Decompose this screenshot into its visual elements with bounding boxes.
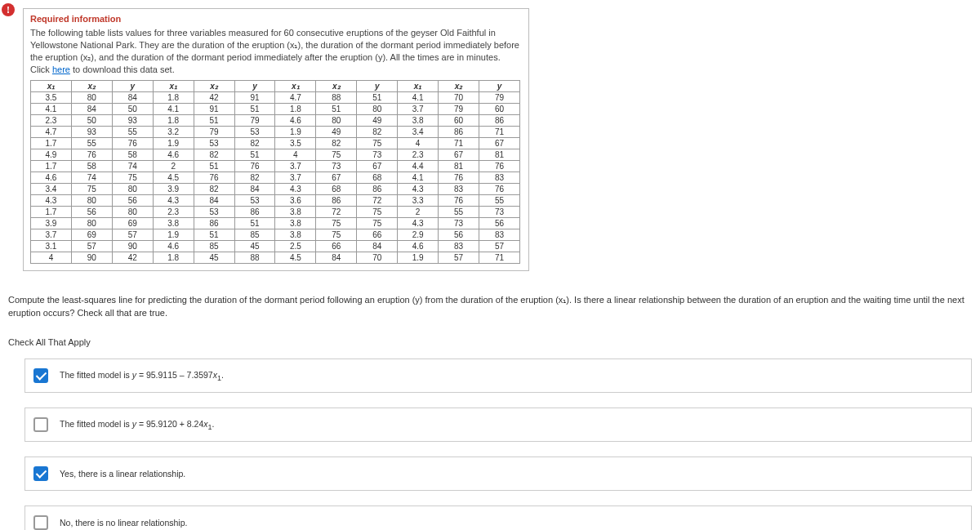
cell: 86: [439, 127, 479, 138]
col-header: y: [357, 81, 398, 92]
cell: 73: [316, 161, 357, 172]
checkbox[interactable]: [33, 466, 48, 481]
cell: 51: [194, 229, 234, 241]
cell: 71: [479, 252, 519, 264]
cell: 60: [439, 115, 479, 127]
table-row: 1.75874251763.773674.48176: [31, 161, 520, 172]
col-header: x₂: [71, 81, 112, 92]
table-row: 4.674754.576823.767684.17683: [31, 172, 520, 184]
alert-icon: !: [2, 3, 15, 16]
cell: 3.2: [153, 127, 194, 138]
check-all-label: Check All That Apply: [8, 337, 980, 347]
option-row-0[interactable]: The fitted model is y = 95.9115 – 7.3597…: [24, 359, 972, 393]
cell: 1.7: [31, 161, 72, 172]
checkbox[interactable]: [33, 368, 48, 383]
cell: 85: [234, 229, 275, 241]
cell: 74: [71, 172, 112, 184]
cell: 2.9: [398, 229, 439, 241]
cell: 4.3: [153, 195, 194, 207]
cell: 55: [479, 195, 519, 207]
cell: 91: [194, 104, 234, 115]
checkbox[interactable]: [33, 417, 48, 432]
cell: 76: [194, 172, 234, 184]
cell: 73: [479, 207, 519, 218]
cell: 67: [316, 172, 357, 184]
cell: 4: [398, 138, 439, 149]
cell: 70: [357, 252, 398, 264]
cell: 3.8: [275, 229, 316, 241]
cell: 50: [112, 104, 153, 115]
cell: 2.3: [153, 207, 194, 218]
cell: 51: [357, 92, 398, 104]
cell: 3.4: [398, 127, 439, 138]
cell: 75: [316, 229, 357, 241]
cell: 86: [194, 218, 234, 229]
cell: 69: [112, 218, 153, 229]
cell: 3.5: [31, 92, 72, 104]
cell: 71: [439, 138, 479, 149]
option-row-3[interactable]: No, there is no linear relationship.: [24, 506, 972, 530]
cell: 88: [316, 92, 357, 104]
option-label: Yes, there is a linear relationship.: [60, 469, 185, 479]
cell: 75: [357, 207, 398, 218]
cell: 84: [234, 184, 275, 195]
cell: 81: [439, 161, 479, 172]
cell: 57: [71, 241, 112, 252]
cell: 42: [194, 92, 234, 104]
cell: 51: [194, 161, 234, 172]
cell: 76: [71, 149, 112, 161]
cell: 83: [439, 184, 479, 195]
cell: 53: [234, 195, 275, 207]
table-row: 1.756802.353863.8727525573: [31, 207, 520, 218]
cell: 57: [439, 252, 479, 264]
cell: 76: [234, 161, 275, 172]
cell: 75: [71, 184, 112, 195]
cell: 55: [112, 127, 153, 138]
cell: 82: [194, 184, 234, 195]
cell: 76: [479, 161, 519, 172]
cell: 4.9: [31, 149, 72, 161]
table-row: 4.976584.68251475732.36781: [31, 149, 520, 161]
cell: 82: [357, 127, 398, 138]
col-header: y: [234, 81, 275, 92]
col-header: y: [479, 81, 519, 92]
table-row: 3.980693.886513.875754.37356: [31, 218, 520, 229]
cell: 93: [112, 115, 153, 127]
option-row-2[interactable]: Yes, there is a linear relationship.: [24, 457, 972, 491]
cell: 2: [153, 161, 194, 172]
cell: 84: [71, 104, 112, 115]
option-label: The fitted model is y = 95.9115 – 7.3597…: [60, 370, 224, 382]
cell: 76: [439, 195, 479, 207]
cell: 66: [316, 241, 357, 252]
cell: 3.9: [31, 218, 72, 229]
cell: 3.5: [275, 138, 316, 149]
download-link[interactable]: here: [52, 65, 70, 74]
cell: 74: [112, 161, 153, 172]
table-row: 2.350931.851794.680493.86086: [31, 115, 520, 127]
cell: 79: [234, 115, 275, 127]
cell: 76: [479, 184, 519, 195]
cell: 4.1: [398, 92, 439, 104]
cell: 75: [112, 172, 153, 184]
cell: 2.3: [31, 115, 72, 127]
cell: 86: [479, 115, 519, 127]
cell: 1.7: [31, 138, 72, 149]
cell: 4.6: [398, 241, 439, 252]
cell: 66: [357, 229, 398, 241]
option-row-1[interactable]: The fitted model is y = 95.9120 + 8.24x1…: [24, 408, 972, 442]
cell: 1.8: [153, 252, 194, 264]
question-text: Compute the least-squares line for predi…: [8, 294, 980, 319]
checkbox[interactable]: [33, 515, 48, 530]
cell: 1.8: [153, 115, 194, 127]
cell: 3.7: [275, 161, 316, 172]
intro-text: The following table lists values for thr…: [30, 27, 522, 75]
cell: 51: [234, 149, 275, 161]
cell: 80: [112, 207, 153, 218]
col-header: x₁: [398, 81, 439, 92]
cell: 80: [112, 184, 153, 195]
cell: 51: [234, 104, 275, 115]
cell: 88: [234, 252, 275, 264]
cell: 3.9: [153, 184, 194, 195]
cell: 1.8: [275, 104, 316, 115]
cell: 4.1: [398, 172, 439, 184]
